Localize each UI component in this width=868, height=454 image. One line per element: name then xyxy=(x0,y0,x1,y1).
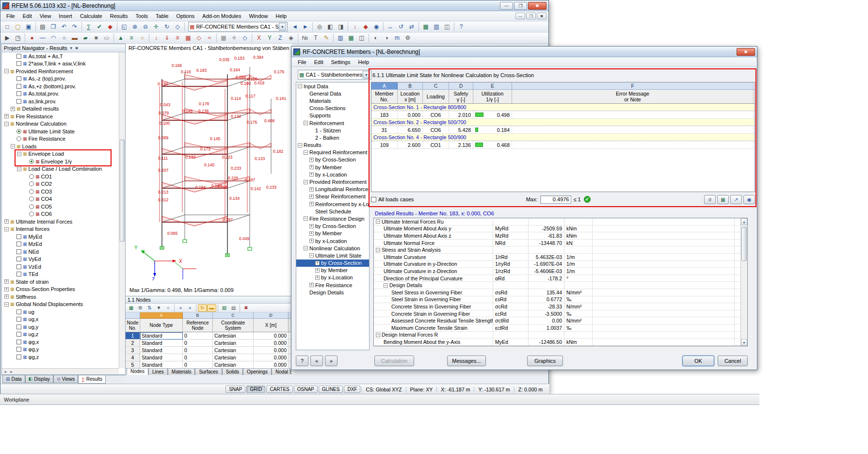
grid-icon[interactable]: ▦ xyxy=(218,33,229,43)
checkbox-icon[interactable] xyxy=(16,54,21,59)
table-tab-nodes[interactable]: Nodes xyxy=(127,368,148,375)
checkbox-icon[interactable] xyxy=(16,324,21,329)
checkbox-icon[interactable] xyxy=(16,264,21,269)
maximize-button[interactable]: ❐ xyxy=(514,2,527,10)
view-y-icon[interactable]: Y xyxy=(264,33,275,43)
node-cell[interactable]: Cartesian xyxy=(213,340,254,347)
node-cell[interactable]: 0.000 xyxy=(254,347,289,354)
row-number-cell[interactable]: 4 xyxy=(126,354,140,361)
row-number-cell[interactable]: 3 xyxy=(126,347,140,354)
node-cell[interactable]: 0 xyxy=(183,347,213,354)
navigator-horizontal-scrollbar[interactable]: ◄► xyxy=(2,368,119,374)
excel-export-icon[interactable]: ▧ xyxy=(220,304,229,312)
forward-icon[interactable]: ► xyxy=(300,22,311,32)
rendering-icon[interactable]: ◨ xyxy=(336,22,346,32)
expand-icon[interactable]: + xyxy=(315,268,320,273)
checkbox-icon[interactable] xyxy=(16,91,21,96)
checkbox-icon[interactable] xyxy=(16,76,21,81)
node-cell[interactable]: Standard xyxy=(140,361,183,368)
toggle-osnap[interactable]: OSNAP xyxy=(294,386,318,393)
numbering-icon[interactable]: № xyxy=(300,33,310,43)
mdi-restore-button[interactable]: ❐ xyxy=(526,13,536,19)
nav-tree-item-nonlinear-calculation[interactable]: −▦Nonlinear Calculation xyxy=(2,120,119,128)
hinge-icon[interactable]: ○ xyxy=(137,33,147,43)
design-case-selector[interactable]: ▦ CA1 - Stahlbetonbemessung vo ▼ xyxy=(298,70,371,80)
checkbox-icon[interactable] xyxy=(16,355,21,359)
navigator2-icon[interactable]: ▥ xyxy=(335,33,346,43)
node-cell[interactable]: 0.000 xyxy=(254,361,289,368)
nav-tree-item-global-nodal-displacements[interactable]: −▦Global Nodal Displacements xyxy=(2,301,119,308)
pick-member-button[interactable]: ↗ xyxy=(730,195,742,204)
back-icon[interactable]: ◄ xyxy=(289,22,300,32)
dialog-tree-item-input-data[interactable]: −Input Data xyxy=(296,82,369,90)
pan-icon[interactable]: ✛ xyxy=(151,22,161,32)
jump-start-icon[interactable]: « xyxy=(176,304,185,312)
column-letter-A[interactable]: A xyxy=(371,82,398,89)
mdi-minimize-button[interactable]: — xyxy=(515,13,525,19)
workplane-icon[interactable]: ◇ xyxy=(240,33,250,43)
close-button[interactable]: ✖ xyxy=(528,2,547,10)
row-number-cell[interactable]: 1 xyxy=(126,332,140,340)
expand-icon[interactable]: + xyxy=(11,107,15,111)
free-load-icon[interactable]: ◇ xyxy=(193,33,204,43)
node-row[interactable]: 4Standard0Cartesian0.000 xyxy=(126,354,291,361)
toggle-dxf[interactable]: DXF xyxy=(344,386,360,393)
dialog-tree-item-results[interactable]: −Results xyxy=(296,142,369,149)
print-table-icon[interactable]: ▤ xyxy=(229,304,238,312)
clipping-plane-icon[interactable]: ◧ xyxy=(325,22,336,32)
nav-tree-item-co4[interactable]: ▦CO4 xyxy=(2,195,119,203)
view-z-icon[interactable]: Z xyxy=(275,33,286,43)
text-icon[interactable]: T xyxy=(310,33,321,43)
excel-export-button[interactable]: ▦ xyxy=(717,195,729,204)
navigator-vertical-scrollbar[interactable] xyxy=(119,52,125,368)
expand-icon[interactable]: + xyxy=(4,219,9,224)
navigator-tab-results[interactable]: ∑Results xyxy=(78,375,106,384)
ok-button[interactable]: OK xyxy=(682,356,714,366)
line-icon[interactable]: — xyxy=(37,33,48,43)
dialog-tree-item-design-details[interactable]: Design Details xyxy=(296,289,369,296)
nav-tree-item-cross-section-properties[interactable]: +▦Cross-Section Properties xyxy=(2,286,119,293)
expand-icon[interactable]: + xyxy=(315,261,320,265)
display-properties-icon[interactable]: ◐ xyxy=(370,33,381,43)
copy-icon[interactable]: ❐ xyxy=(48,22,59,32)
nav-tree-item-state-of-strain[interactable]: +▦State of strain xyxy=(2,278,119,286)
dialog-tree-item-by-member[interactable]: +by Member xyxy=(296,163,369,171)
column-letter-B[interactable]: B xyxy=(398,82,423,89)
scrollbar-thumb[interactable] xyxy=(741,227,747,261)
show-results-icon[interactable]: ◆ xyxy=(360,22,371,32)
calculation-button[interactable]: Calculation xyxy=(374,356,414,366)
collapse-icon[interactable]: − xyxy=(304,150,308,155)
menu-edit[interactable]: Edit xyxy=(19,12,36,20)
column-letter-F[interactable]: F xyxy=(512,82,754,89)
dialog-tree-item-ultimate-limit-state[interactable]: −Ultimate Limit State xyxy=(296,252,369,259)
collapse-icon[interactable]: − xyxy=(384,283,388,288)
expand-icon[interactable]: + xyxy=(309,195,314,199)
collapse-icon[interactable]: − xyxy=(11,144,15,148)
expand-icon[interactable]: + xyxy=(4,279,9,284)
load-combination-icon[interactable]: ⇓ xyxy=(161,33,172,43)
find-icon[interactable]: ○ xyxy=(163,304,173,312)
checkbox-icon[interactable] xyxy=(16,257,21,261)
collapse-icon[interactable]: − xyxy=(304,216,308,221)
menu-options[interactable]: Options xyxy=(172,12,198,20)
panel2-icon[interactable]: ◫ xyxy=(356,33,367,43)
expand-icon[interactable]: + xyxy=(309,165,314,169)
node-cell[interactable]: 0 xyxy=(183,361,213,368)
nav-tree-item-ug-z[interactable]: ▦ug,z xyxy=(2,331,119,339)
dialog-tree-item-supports[interactable]: Supports xyxy=(296,112,369,119)
circle-icon[interactable]: ○ xyxy=(59,33,69,43)
expand-icon[interactable]: + xyxy=(309,172,314,177)
checkbox-icon[interactable] xyxy=(16,340,21,344)
menu-add-on-modules[interactable]: Add-on Modules xyxy=(198,12,245,20)
nav-tree-item-co2[interactable]: ▦CO2 xyxy=(2,180,119,188)
row-number-cell[interactable]: 2 xyxy=(126,340,140,347)
dialog-tree-item-nonlinear-calculation[interactable]: −Nonlinear Calculation xyxy=(296,244,369,252)
nav-tree-item-loads[interactable]: −▦Loads xyxy=(2,143,119,150)
collapse-icon[interactable]: − xyxy=(4,69,9,73)
detailed-results-table[interactable]: −Ultimate Internal Forces RuUltimate Mom… xyxy=(373,218,748,346)
load-case-icon[interactable]: ↓ xyxy=(151,33,161,43)
expand-icon[interactable]: + xyxy=(309,187,314,192)
dialog-titlebar[interactable]: RF-CONCRETE Members - [NL-Berechnung] ✖ xyxy=(291,47,757,57)
pin-icon[interactable]: ▼ xyxy=(69,46,73,50)
node-cell[interactable]: Standard xyxy=(140,332,183,340)
